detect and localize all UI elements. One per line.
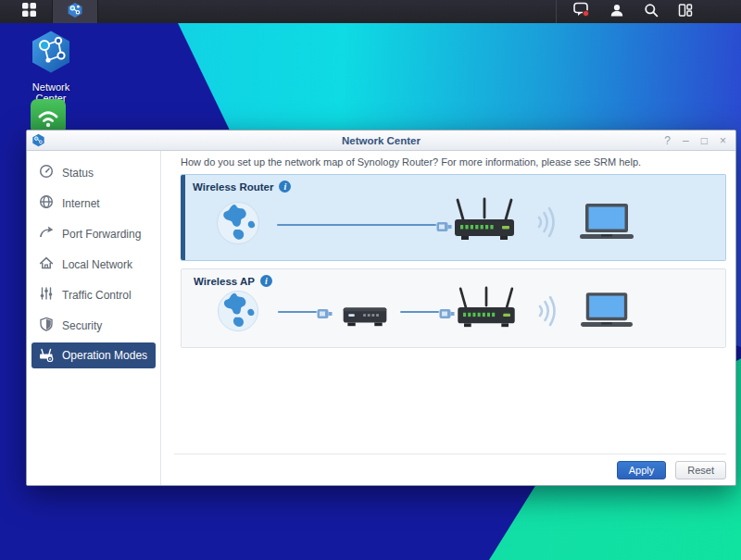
footer-divider: [174, 454, 726, 454]
sidebar-item-traffic-control[interactable]: Traffic Control: [27, 280, 160, 310]
user-icon: [609, 3, 624, 21]
network-center-window: Network Center ? – □ × Status: [26, 130, 736, 486]
widgets-icon: [678, 3, 693, 21]
footer: Apply Reset: [161, 454, 735, 479]
window-app-icon: [31, 133, 45, 147]
sidebar-item-label: Traffic Control: [62, 289, 132, 302]
window-controls: ? – □ ×: [664, 135, 735, 146]
network-center-icon: [29, 61, 73, 77]
status-icon: [39, 164, 54, 181]
sidebar-item-label: Security: [62, 319, 102, 332]
network-center-app-icon: [67, 2, 83, 22]
mode-option-wireless-router[interactable]: Wireless Router i: [181, 174, 726, 261]
notifications-button[interactable]: [573, 0, 590, 23]
info-icon[interactable]: i: [260, 275, 272, 287]
laptop-icon: [579, 203, 634, 245]
window-title: Network Center: [27, 135, 735, 146]
help-button[interactable]: ?: [664, 135, 671, 146]
sidebar-item-port-forwarding[interactable]: Port Forwarding: [27, 218, 160, 249]
sidebar: Status Internet Port For: [27, 151, 161, 485]
maximize-button[interactable]: □: [701, 135, 708, 146]
wireless-router-icon: [454, 197, 515, 247]
taskbar: [0, 0, 741, 23]
sidebar-item-label: Internet: [62, 197, 100, 210]
sidebar-item-local-network[interactable]: Local Network: [27, 249, 160, 280]
traffic-control-icon: [39, 286, 54, 304]
mode-title-label: Wireless AP: [194, 276, 255, 287]
intro-text: How do you set up the network map of Syn…: [161, 151, 735, 174]
taskbar-right-group: [556, 0, 693, 23]
ethernet-plug-icon: [317, 306, 333, 323]
reset-button[interactable]: Reset: [675, 461, 726, 479]
main-menu-icon: [21, 2, 37, 21]
mode-title-label: Wireless Router: [193, 181, 273, 193]
sidebar-item-security[interactable]: Security: [27, 310, 160, 341]
user-button[interactable]: [609, 0, 624, 23]
network-center-taskbar-button[interactable]: [52, 0, 98, 23]
modem-icon: [342, 303, 388, 332]
sidebar-item-label: Status: [62, 167, 94, 180]
sidebar-item-label: Local Network: [62, 258, 132, 271]
sidebar-item-label: Operation Modes: [62, 349, 147, 362]
sidebar-item-label: Port Forwarding: [62, 228, 141, 241]
minimize-button[interactable]: –: [683, 135, 689, 146]
widgets-button[interactable]: [678, 0, 693, 23]
mode-option-wireless-ap[interactable]: Wireless AP i: [181, 268, 726, 348]
internet-globe-icon: [217, 290, 259, 336]
laptop-icon: [580, 292, 634, 333]
sidebar-item-operation-modes[interactable]: Operation Modes: [31, 342, 156, 368]
info-icon[interactable]: i: [279, 180, 291, 193]
operation-modes-icon: [39, 347, 54, 365]
security-icon: [39, 317, 54, 334]
window-titlebar[interactable]: Network Center ? – □ ×: [27, 131, 735, 151]
wifi-signal-icon: [535, 292, 559, 333]
ethernet-cable: [278, 311, 317, 313]
sidebar-item-internet[interactable]: Internet: [27, 188, 160, 218]
local-network-icon: [39, 255, 54, 273]
apply-button[interactable]: Apply: [617, 461, 667, 479]
internet-globe-icon: [216, 201, 260, 249]
internet-icon: [39, 194, 54, 212]
port-forwarding-icon: [39, 225, 54, 243]
main-content: How do you set up the network map of Syn…: [161, 151, 735, 485]
close-button[interactable]: ×: [720, 135, 726, 146]
ethernet-plug-icon: [439, 306, 455, 323]
ethernet-plug-icon: [436, 219, 452, 236]
ethernet-cable: [400, 311, 439, 313]
search-icon: [644, 3, 659, 21]
main-menu-button[interactable]: [6, 0, 52, 23]
wireless-router-icon: [457, 286, 516, 334]
sidebar-item-status[interactable]: Status: [27, 157, 160, 188]
desktop-icon-network-center[interactable]: Network Center: [18, 30, 84, 104]
ethernet-cable: [277, 224, 436, 226]
notifications-icon: [573, 2, 590, 21]
wifi-signal-icon: [534, 204, 559, 244]
search-button[interactable]: [644, 0, 659, 23]
